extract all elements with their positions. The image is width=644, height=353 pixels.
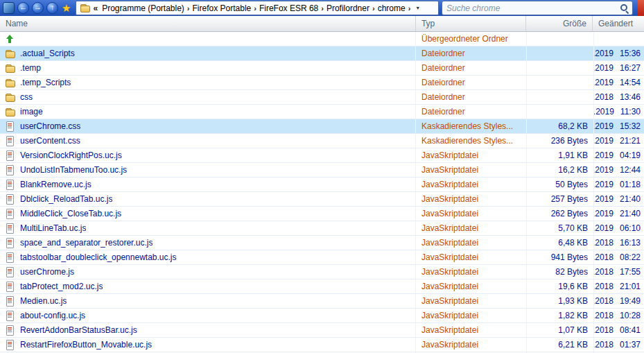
- file-modified-date: 01.09.2019: [594, 180, 613, 189]
- breadcrumb-segment[interactable]: Programme (Portable): [101, 3, 186, 13]
- modified-cell: 01.10.2019 14:54: [594, 76, 644, 89]
- file-name: .temp_Scripts: [20, 78, 71, 87]
- file-list: Übergeordneter Ordner .actual_Scripts Da…: [0, 32, 644, 353]
- typ-cell: JavaSkriptdatei: [416, 236, 527, 250]
- file-row[interactable]: VersionClockRightPos.uc.js JavaSkriptdat…: [0, 148, 644, 163]
- file-modified-date: 24.08.2019: [594, 209, 613, 218]
- back-arrow-icon: ←: [19, 2, 27, 12]
- size-cell: 1,91 KB: [527, 148, 594, 162]
- file-size: 6,21 KB: [558, 340, 588, 350]
- size-cell: [527, 32, 594, 46]
- file-type: Dateiordner: [421, 49, 465, 58]
- file-row[interactable]: .temp Dateiordner 20.09.2019 16:27: [0, 61, 644, 76]
- file-row[interactable]: Dblclick_ReloadTab.uc.js JavaSkriptdatei…: [0, 192, 644, 207]
- modified-cell: 13.10.2019 15:32: [594, 119, 644, 133]
- typ-cell: JavaSkriptdatei: [416, 221, 527, 235]
- name-cell: RestartFirefoxButton_Movable.uc.js: [0, 338, 416, 352]
- file-type: JavaSkriptdatei: [421, 165, 478, 175]
- typ-cell: Dateiordner: [416, 61, 527, 75]
- back-button[interactable]: ←: [17, 2, 29, 14]
- typ-cell: Dateiordner: [416, 105, 527, 119]
- breadcrumb-segment[interactable]: FireFox ESR 68: [258, 3, 320, 13]
- file-row[interactable]: MiddleClick_CloseTab.uc.js JavaSkriptdat…: [0, 207, 644, 221]
- column-header-name[interactable]: Name: [0, 16, 416, 31]
- up-button[interactable]: ↑: [46, 2, 58, 14]
- file-row[interactable]: RevertAddonBarStatusBar.uc.js JavaSkript…: [0, 323, 644, 338]
- file-row[interactable]: userChrome.css Kaskadierendes Styles... …: [0, 119, 644, 134]
- file-row[interactable]: RestartFirefoxButton_Movable.uc.js JavaS…: [0, 338, 644, 352]
- forward-arrow-icon: →: [34, 2, 42, 12]
- search-input[interactable]: [445, 3, 620, 14]
- column-header-typ[interactable]: Typ: [416, 16, 526, 31]
- forward-button[interactable]: →: [32, 2, 44, 14]
- file-modified-date: 22.07.2018: [594, 92, 613, 102]
- folder-icon: [5, 63, 15, 74]
- favorites-star-button[interactable]: ★: [61, 3, 71, 13]
- file-row[interactable]: BlankRemove.uc.js JavaSkriptdatei 50 Byt…: [0, 178, 644, 192]
- breadcrumb-segment[interactable]: Profilordner: [325, 3, 371, 13]
- file-modified-time: 21:40: [620, 194, 641, 204]
- file-size: 50 Bytes: [555, 180, 588, 189]
- file-row[interactable]: about-config.uc.js JavaSkriptdatei 1,82 …: [0, 309, 644, 323]
- name-cell: .temp_Scripts: [0, 76, 416, 89]
- file-icon: [5, 282, 15, 292]
- size-cell: 16,2 KB: [527, 163, 594, 177]
- name-cell: space_and_separator_restorer.uc.js: [0, 236, 416, 250]
- file-name: css: [20, 92, 33, 102]
- modified-cell: 18.09.2018 01:37: [594, 338, 644, 352]
- typ-cell: JavaSkriptdatei: [416, 309, 527, 322]
- size-cell: [527, 46, 594, 60]
- breadcrumb-separator-icon[interactable]: ›: [371, 4, 376, 12]
- size-cell: 19,6 KB: [527, 279, 594, 293]
- column-header-typ-label: Typ: [421, 19, 435, 28]
- file-name: Medien.uc.js: [20, 296, 67, 306]
- typ-cell: JavaSkriptdatei: [416, 294, 527, 308]
- breadcrumb-dropdown-icon[interactable]: ▼: [413, 6, 422, 10]
- column-header-size[interactable]: Größe: [526, 16, 593, 31]
- file-row[interactable]: MultiLineTab.uc.js JavaSkriptdatei 5,70 …: [0, 221, 644, 236]
- file-row[interactable]: .temp_Scripts Dateiordner 01.10.2019 14:…: [0, 76, 644, 90]
- file-modified-time: 16:13: [620, 238, 641, 248]
- file-row[interactable]: userChrome.js JavaSkriptdatei 82 Bytes 2…: [0, 265, 644, 279]
- file-icon: [5, 325, 15, 336]
- file-modified-date: 09.11.2018: [594, 252, 613, 262]
- file-row[interactable]: image Dateiordner 13.10.2019 11:30: [0, 105, 644, 119]
- close-button[interactable]: [638, 0, 644, 16]
- file-name: tabstoolbar_doubleclick_opennewtab.uc.js: [20, 252, 177, 262]
- file-row[interactable]: tabProtect_mod2.uc.js JavaSkriptdatei 19…: [0, 279, 644, 294]
- file-size: 68,2 KB: [558, 121, 588, 131]
- typ-cell: Übergeordneter Ordner: [416, 32, 527, 46]
- file-type: JavaSkriptdatei: [421, 209, 478, 218]
- file-type: JavaSkriptdatei: [421, 282, 478, 291]
- search-icon[interactable]: [620, 3, 629, 13]
- file-row[interactable]: Medien.uc.js JavaSkriptdatei 1,93 KB 28.…: [0, 294, 644, 309]
- breadcrumb-separator-icon[interactable]: ›: [320, 4, 325, 12]
- file-type: JavaSkriptdatei: [421, 194, 478, 204]
- file-row[interactable]: .actual_Scripts Dateiordner 13.10.2019 1…: [0, 46, 644, 61]
- folder-icon: [5, 49, 15, 59]
- column-header-modified[interactable]: Geändert: [593, 16, 644, 31]
- breadcrumb-separator-icon[interactable]: ›: [186, 4, 191, 12]
- file-icon: [5, 238, 15, 248]
- breadcrumb-collapse-icon[interactable]: «: [92, 3, 99, 13]
- breadcrumb-separator-icon[interactable]: ›: [407, 4, 412, 12]
- breadcrumb-separator-icon[interactable]: ›: [252, 4, 258, 12]
- file-size: 5,70 KB: [558, 223, 588, 233]
- file-modified-date: 24.09.2019: [594, 150, 613, 160]
- file-row[interactable]: space_and_separator_restorer.uc.js JavaS…: [0, 236, 644, 250]
- name-cell: tabstoolbar_doubleclick_opennewtab.uc.js: [0, 250, 416, 264]
- file-row[interactable]: tabstoolbar_doubleclick_opennewtab.uc.js…: [0, 250, 644, 265]
- file-modified-time: 17:55: [620, 267, 641, 277]
- modified-cell: 13.10.2019 11:30: [594, 105, 644, 119]
- file-row[interactable]: Übergeordneter Ordner: [0, 32, 644, 46]
- modified-cell: 13.10.2019 15:36: [594, 46, 644, 60]
- file-size: 16,2 KB: [558, 165, 588, 175]
- breadcrumb-segment[interactable]: Firefox Portable: [191, 3, 253, 13]
- file-manager-window: ← → ↑ ★ « Programme (Portable)›Firefox P…: [0, 0, 644, 353]
- file-row[interactable]: userContent.css Kaskadierendes Styles...…: [0, 134, 644, 148]
- file-modified-time: 15:36: [620, 49, 641, 58]
- file-row[interactable]: css Dateiordner 22.07.2018 13:46: [0, 90, 644, 105]
- breadcrumb-segment[interactable]: chrome: [376, 3, 407, 13]
- file-row[interactable]: UndoListInTabmenuToo.uc.js JavaSkriptdat…: [0, 163, 644, 178]
- file-modified-date: 24.08.2019: [594, 223, 613, 233]
